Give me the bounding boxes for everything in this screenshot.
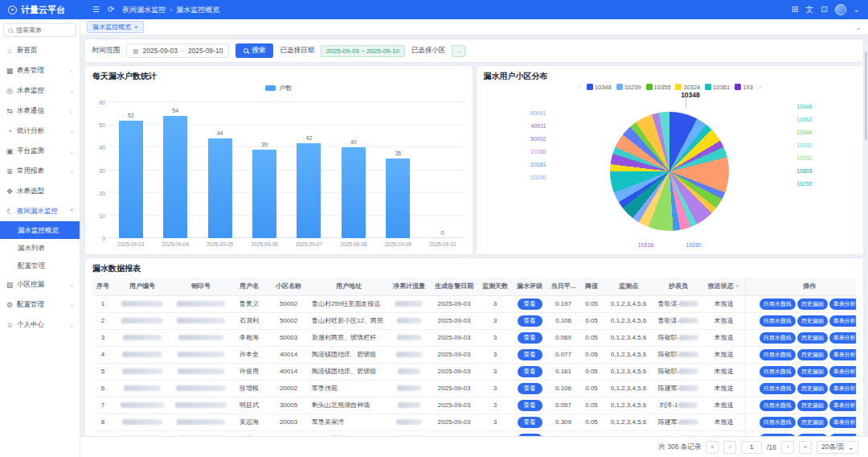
bar-2025-09-05[interactable]: 44 — [208, 138, 232, 238]
legend-next-icon[interactable]: › — [760, 84, 762, 91]
avatar[interactable] — [835, 4, 846, 15]
sidebar-item-meters[interactable]: ▦表务管理⌄ — [0, 60, 80, 80]
legend-item-10361[interactable]: 10361 — [705, 84, 730, 91]
view-rating-button[interactable]: 查看 — [518, 400, 542, 411]
history-leak-button[interactable]: 历史漏损 — [797, 349, 828, 360]
bar-2025-09-07[interactable]: 42 — [297, 143, 321, 238]
legend-prev-icon[interactable]: ‹ — [578, 84, 580, 91]
single-meter-analysis-button[interactable]: 单表分析 — [829, 383, 856, 394]
date-start-value[interactable]: 2025-09-03 — [143, 47, 178, 55]
bar-legend[interactable]: 户数 — [92, 84, 465, 93]
single-meter-analysis-button[interactable]: 单表分析 — [829, 298, 856, 310]
date-end-value[interactable]: 2025-09-10 — [188, 47, 223, 55]
single-meter-analysis-button[interactable]: 单表分析 — [829, 400, 856, 411]
sidebar-item-meter-comm[interactable]: ⇆水表通信⌄ — [0, 101, 80, 121]
cell-daily_avg: 0.104 — [547, 430, 579, 436]
sidebar-item-community-leak[interactable]: ▧小区控漏⌄ — [0, 274, 80, 294]
sidebar-item-night-leak[interactable]: ☾夜间漏水监控⌃ — [0, 201, 80, 221]
sidebar-item-meter-selection[interactable]: ✥水表选型 — [0, 181, 80, 201]
next-page-button[interactable]: › — [781, 441, 794, 454]
daily-water-curve-button[interactable]: 日用水曲线 — [760, 417, 796, 428]
single-meter-analysis-button[interactable]: 单表分析 — [829, 366, 856, 377]
single-meter-analysis-button[interactable]: 单表分析 — [829, 349, 856, 360]
sidebar-subitem-漏水监控概览[interactable]: 漏水监控概览 — [0, 221, 80, 239]
refresh-icon[interactable]: ⟳ — [108, 6, 114, 14]
view-rating-button[interactable]: 查看 — [518, 332, 542, 344]
history-leak-button[interactable]: 历史漏损 — [797, 298, 828, 310]
table-row: 6张增根20002军垦佳苑2025-09-033查看0.1060.050,1,2… — [92, 380, 856, 397]
sidebar-item-stats[interactable]: ◔统计分析⌄ — [0, 121, 80, 141]
sidebar-subitem-配置管理[interactable]: 配置管理 — [0, 257, 80, 274]
filter-icon[interactable]: ▼ — [735, 284, 740, 289]
view-rating-button[interactable]: 查看 — [518, 366, 542, 377]
chevron-down-icon[interactable]: ⌄ — [854, 6, 860, 14]
view-rating-button[interactable]: 查看 — [518, 298, 542, 310]
sidebar-search[interactable] — [3, 23, 76, 37]
legend-item-10348[interactable]: 10348 — [587, 84, 612, 91]
sidebar-item-config[interactable]: ⚙配置管理⌄ — [0, 294, 80, 315]
sidebar-item-home[interactable]: ⌂新首页 — [0, 40, 80, 60]
fullscreen-icon[interactable]: ⊡ — [821, 6, 827, 14]
scrollbar-thumb[interactable] — [865, 51, 867, 140]
last-page-button[interactable]: » — [799, 441, 812, 454]
bar-2025-09-08[interactable]: 40 — [342, 147, 366, 238]
page-size-select[interactable]: 20条/页 ⌄ — [817, 441, 858, 454]
cell-daily_avg: 0.069 — [547, 329, 579, 346]
daily-water-curve-button[interactable]: 日用水曲线 — [760, 400, 796, 411]
single-meter-analysis-button[interactable]: 单表分析 — [829, 332, 856, 344]
cell-reader: 陈建军- — [653, 414, 703, 430]
bar-2025-09-06[interactable]: 39 — [252, 150, 276, 238]
history-leak-button[interactable]: 历史漏损 — [797, 417, 828, 428]
daily-water-curve-button[interactable]: 日用水曲线 — [760, 298, 796, 310]
cell-community: 20003 — [268, 430, 309, 436]
daily-water-curve-button[interactable]: 日用水曲线 — [760, 383, 796, 394]
single-meter-analysis-button[interactable]: 单表分析 — [829, 417, 856, 428]
cast-screen-icon[interactable]: ⊞ — [792, 6, 798, 14]
daily-water-curve-button[interactable]: 日用水曲线 — [760, 315, 796, 327]
pie-chart[interactable] — [610, 112, 729, 231]
view-rating-button[interactable]: 查看 — [518, 315, 542, 327]
history-leak-button[interactable]: 历史漏损 — [797, 366, 828, 377]
sidebar-item-reports[interactable]: ≣常用报表⌄ — [0, 161, 80, 181]
cell-address: 军垦佳苑 — [309, 380, 388, 397]
history-leak-button[interactable]: 历史漏损 — [797, 400, 828, 411]
daily-water-curve-button[interactable]: 日用水曲线 — [760, 366, 796, 377]
history-leak-button[interactable]: 历史漏损 — [797, 332, 828, 344]
bar-2025-09-09[interactable]: 35 — [386, 159, 410, 238]
search-button[interactable]: 搜索 — [235, 43, 273, 58]
legend-item-10324[interactable]: 10324 — [675, 84, 700, 91]
selected-community-tag[interactable]: - — [452, 45, 465, 57]
redacted-value — [122, 352, 162, 357]
language-icon[interactable]: 文 — [805, 6, 813, 14]
first-page-button[interactable]: « — [706, 441, 719, 454]
selected-date-tag[interactable]: 2025-09-03 ~ 2025-09-10 — [321, 45, 405, 57]
breadcrumb-parent[interactable]: 夜间漏水监控 — [122, 5, 166, 15]
view-rating-button[interactable]: 查看 — [518, 349, 542, 360]
page-input[interactable] — [741, 441, 762, 454]
tabbar-collapse-icon[interactable]: ⌄ — [855, 23, 862, 31]
bar-2025-09-03[interactable]: 52 — [119, 121, 143, 238]
history-leak-button[interactable]: 历史漏损 — [797, 315, 828, 327]
prev-page-button[interactable]: ‹ — [723, 441, 736, 454]
sidebar-item-meter-monitor[interactable]: ◎水表监控⌄ — [0, 80, 80, 101]
sidebar-item-user-center[interactable]: ☺个人中心⌄ — [0, 315, 80, 335]
bar-2025-09-04[interactable]: 54 — [163, 116, 187, 238]
single-meter-analysis-button[interactable]: 单表分析 — [829, 315, 856, 327]
cell-alarm_date: 2025-09-03 — [430, 430, 478, 436]
sidebar-item-platform[interactable]: ▣平台监测⌄ — [0, 141, 80, 161]
legend-item-193[interactable]: 193 — [735, 84, 753, 91]
close-icon[interactable]: × — [134, 23, 138, 31]
tab-leak-overview[interactable]: 漏水监控概览 × — [87, 21, 144, 33]
menu-search-input[interactable] — [16, 27, 72, 34]
daily-water-curve-button[interactable]: 日用水曲线 — [760, 349, 796, 360]
menu-collapse-icon[interactable]: ☰ — [92, 6, 100, 14]
sidebar-subitem-漏水列表[interactable]: 漏水列表 — [0, 239, 80, 257]
legend-item-10355[interactable]: 10355 — [646, 84, 671, 91]
daily-water-curve-button[interactable]: 日用水曲线 — [760, 332, 796, 344]
legend-item-10239[interactable]: 10239 — [616, 84, 641, 91]
view-rating-button[interactable]: 查看 — [518, 383, 542, 394]
history-leak-button[interactable]: 历史漏损 — [797, 383, 828, 394]
pie-label-10346: 10346 — [796, 104, 827, 109]
date-range-picker[interactable]: ▦ 2025-09-03 - 2025-09-10 — [126, 43, 229, 58]
view-rating-button[interactable]: 查看 — [518, 417, 542, 428]
